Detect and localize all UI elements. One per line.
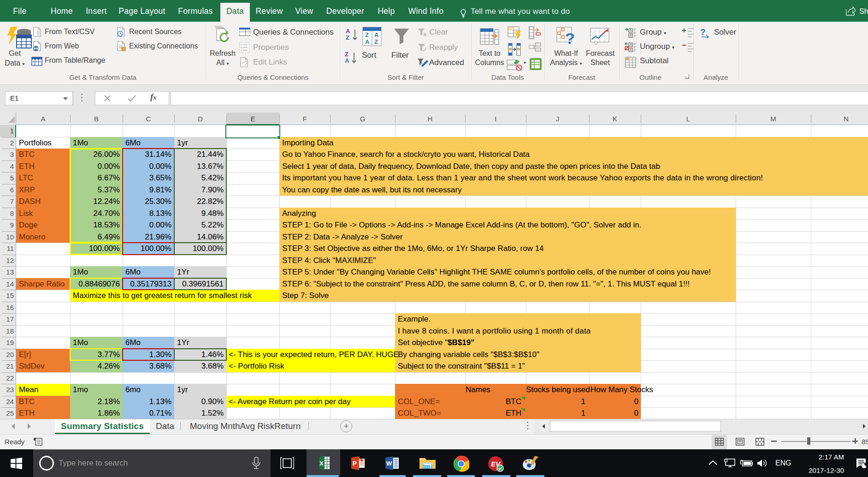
svg-text:A: A (374, 31, 379, 38)
svg-text:Z: Z (374, 38, 378, 45)
svg-text:W: W (386, 460, 392, 467)
svg-text:A: A (365, 38, 370, 45)
svg-text:X: X (319, 460, 324, 467)
svg-text:?: ? (700, 27, 706, 37)
svg-text:?: ? (565, 30, 575, 47)
svg-text:Z: Z (365, 31, 369, 38)
svg-text:P: P (353, 460, 357, 467)
